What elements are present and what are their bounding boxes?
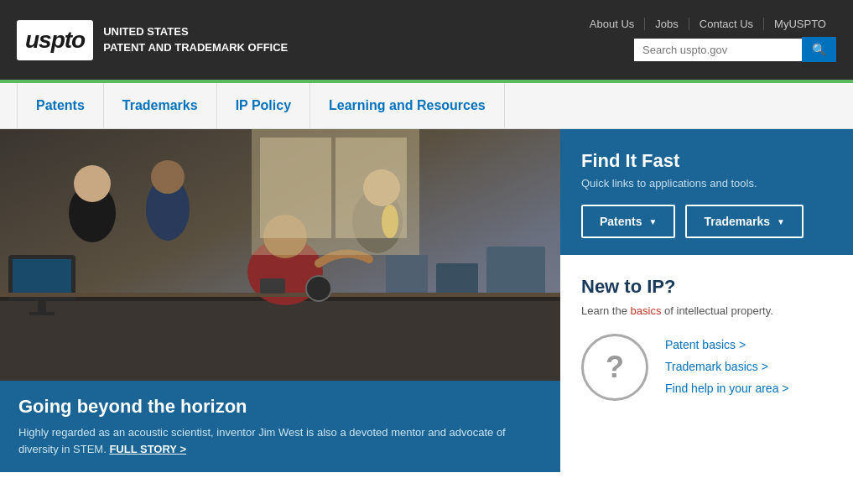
nav-patents[interactable]: Patents [17,83,104,129]
svg-point-14 [151,160,185,194]
top-nav-about[interactable]: About Us [580,18,645,30]
svg-point-12 [74,165,111,202]
trademarks-dropdown-button[interactable]: Trademarks ▼ [685,205,804,238]
main-nav: Patents Trademarks IP Policy Learning an… [0,83,853,129]
find-it-fast-title: Find It Fast [581,150,832,172]
find-it-fast-subtitle: Quick links to applications and tools. [581,177,832,190]
search-input[interactable] [634,39,802,61]
fif-buttons: Patents ▼ Trademarks ▼ [581,205,832,238]
hero-full-story-link[interactable]: FULL STORY > [109,443,186,455]
hero-description: Highly regarded as an acoustic scientist… [18,424,542,457]
header: uspto UNITED STATES PATENT AND TRADEMARK… [0,0,853,80]
svg-point-21 [306,276,331,301]
nip-links: Patent basics > Trademark basics > Find … [665,334,788,395]
logo-box: uspto [17,20,93,60]
patent-basics-link[interactable]: Patent basics > [665,338,788,351]
logo-text: uspto [25,27,85,53]
right-panel: Find It Fast Quick links to applications… [560,129,853,472]
hero-caption: Going beyond the horizon Highly regarded… [0,381,560,472]
svg-rect-4 [486,247,545,297]
top-nav-jobs[interactable]: Jobs [645,18,689,30]
nav-ip-policy[interactable]: IP Policy [217,83,310,129]
hero-section: Going beyond the horizon Highly regarded… [0,129,560,472]
top-nav-contact[interactable]: Contact Us [689,18,764,30]
nav-trademarks[interactable]: Trademarks [104,83,217,129]
svg-rect-8 [13,259,71,294]
basics-link[interactable]: basics [631,304,662,317]
svg-rect-24 [260,138,331,238]
patents-dropdown-arrow: ▼ [649,217,658,226]
trademark-basics-link[interactable]: Trademark basics > [665,360,788,373]
find-help-link[interactable]: Find help in your area > [665,382,788,395]
new-to-ip-subtitle: Learn the basics of intellectual propert… [581,304,832,317]
question-mark-icon: ? [581,334,648,401]
svg-rect-9 [38,301,46,314]
logo-subtext: UNITED STATES PATENT AND TRADEMARK OFFIC… [103,24,288,55]
find-it-fast-section: Find It Fast Quick links to applications… [560,129,853,255]
svg-rect-5 [436,263,478,297]
svg-rect-10 [29,312,55,315]
svg-rect-22 [260,278,285,294]
logo-area: uspto UNITED STATES PATENT AND TRADEMARK… [17,20,288,60]
top-right: About Us Jobs Contact Us MyUSPTO 🔍 [580,18,836,62]
top-nav-myuspto[interactable]: MyUSPTO [764,18,836,30]
hero-image [0,129,560,381]
search-button[interactable]: 🔍 [802,37,836,62]
trademarks-dropdown-arrow: ▼ [777,217,785,226]
hero-svg [0,129,560,381]
top-nav: About Us Jobs Contact Us MyUSPTO [580,18,836,30]
content-area: Going beyond the horizon Highly regarded… [0,129,853,472]
hero-title: Going beyond the horizon [18,396,542,418]
svg-rect-6 [386,255,428,297]
search-bar: 🔍 [634,37,836,62]
patents-dropdown-button[interactable]: Patents ▼ [581,205,675,238]
new-to-ip-title: New to IP? [581,276,832,298]
nip-content: ? Patent basics > Trademark basics > Fin… [581,334,832,401]
nav-learning[interactable]: Learning and Resources [310,83,505,129]
svg-rect-2 [0,297,560,381]
new-to-ip-section: New to IP? Learn the basics of intellect… [560,255,853,418]
svg-rect-25 [335,138,407,238]
